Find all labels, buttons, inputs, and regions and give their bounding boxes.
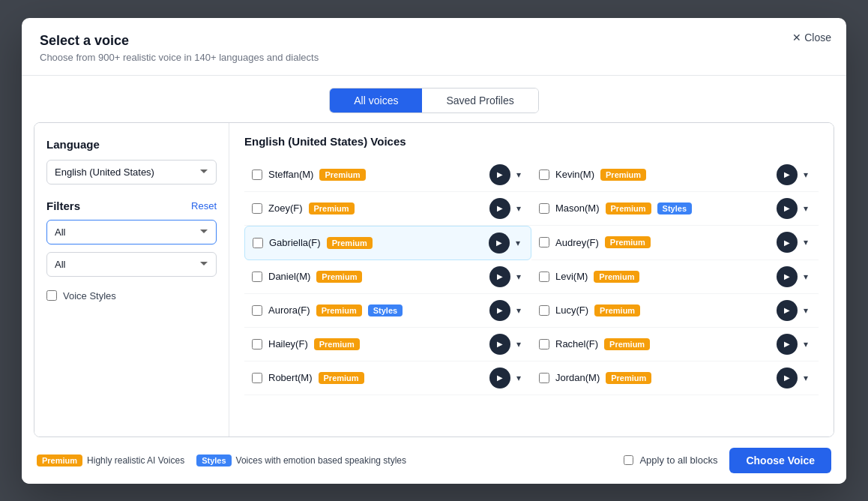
- voice-row: Mason(M) Premium Styles ▶ ▾: [531, 192, 819, 226]
- premium-legend: Premium Highly realistic AI Voices: [37, 454, 184, 466]
- expand-button[interactable]: ▾: [801, 166, 811, 183]
- voice-name: Aurora(F): [268, 304, 310, 316]
- tab-all-voices[interactable]: All voices: [330, 88, 422, 112]
- choose-voice-button[interactable]: Choose Voice: [729, 448, 831, 473]
- apply-all-check: Apply to all blocks: [624, 454, 717, 466]
- voice-name: Levi(M): [555, 271, 588, 282]
- expand-button[interactable]: ▾: [513, 336, 524, 352]
- voice-row: Hailey(F) Premium ▶ ▾: [244, 328, 531, 362]
- premium-badge: Premium: [594, 271, 639, 283]
- styles-badge: Styles: [196, 454, 231, 466]
- styles-legend: Styles Voices with emotion based speakin…: [196, 454, 406, 466]
- premium-badge: Premium: [600, 169, 646, 181]
- premium-badge: Premium: [319, 372, 364, 384]
- close-button[interactable]: ✕ Close: [792, 32, 831, 44]
- play-button[interactable]: ▶: [489, 232, 510, 254]
- voice-row: Audrey(F) Premium ▶ ▾: [531, 226, 819, 260]
- premium-badge: Premium: [327, 237, 373, 249]
- voice-styles-label[interactable]: Voice Styles: [63, 290, 116, 302]
- voice-row: Levi(M) Premium ▶ ▾: [531, 260, 819, 294]
- play-button[interactable]: ▶: [489, 198, 510, 219]
- modal-header: Select a voice Choose from 900+ realisti…: [22, 18, 846, 76]
- voice-actions: ▶ ▾: [777, 368, 811, 388]
- play-button[interactable]: ▶: [489, 300, 510, 321]
- premium-badge: Premium: [604, 338, 650, 350]
- premium-badge: Premium: [606, 372, 651, 384]
- voice-actions: ▶ ▾: [489, 368, 524, 388]
- apply-all-label[interactable]: Apply to all blocks: [639, 454, 717, 466]
- voice-row: Steffan(M) Premium ▶ ▾: [244, 158, 531, 192]
- voice-actions: ▶ ▾: [777, 198, 811, 219]
- modal-subtitle: Choose from 900+ realistic voice in 140+…: [40, 52, 828, 63]
- voice-checkbox[interactable]: [252, 373, 262, 383]
- voice-checkbox[interactable]: [539, 203, 549, 214]
- expand-button[interactable]: ▾: [801, 234, 811, 250]
- voice-row: Zoey(F) Premium ▶ ▾: [244, 192, 531, 226]
- voice-checkbox[interactable]: [539, 339, 549, 350]
- voice-checkbox[interactable]: [253, 238, 263, 248]
- voice-name: Steffan(M): [268, 169, 313, 180]
- modal-footer: Premium Highly realistic AI Voices Style…: [22, 437, 846, 484]
- voice-styles-checkbox[interactable]: [46, 290, 57, 301]
- play-button[interactable]: ▶: [777, 334, 798, 355]
- play-button[interactable]: ▶: [777, 266, 798, 287]
- voice-checkbox[interactable]: [252, 170, 262, 180]
- play-button[interactable]: ▶: [489, 334, 510, 355]
- voice-checkbox[interactable]: [539, 373, 549, 383]
- expand-button[interactable]: ▾: [513, 302, 524, 319]
- play-button[interactable]: ▶: [777, 198, 798, 219]
- play-button[interactable]: ▶: [489, 368, 510, 388]
- voices-grid: Steffan(M) Premium ▶ ▾ Kevin(M) Premium …: [244, 158, 819, 395]
- voice-checkbox[interactable]: [252, 272, 262, 282]
- modal-backdrop: Select a voice Choose from 900+ realisti…: [0, 0, 868, 501]
- voice-checkbox[interactable]: [252, 305, 262, 316]
- expand-button[interactable]: ▾: [513, 235, 523, 251]
- expand-button[interactable]: ▾: [801, 336, 811, 352]
- premium-badge: Premium: [605, 236, 651, 248]
- play-button[interactable]: ▶: [489, 164, 510, 185]
- play-button[interactable]: ▶: [777, 300, 798, 321]
- voice-checkbox[interactable]: [539, 170, 549, 180]
- premium-badge: Premium: [606, 202, 651, 214]
- voice-name: Lucy(F): [555, 304, 588, 316]
- premium-badge: Premium: [594, 304, 640, 316]
- voice-checkbox[interactable]: [539, 272, 549, 282]
- voice-name: Jordan(M): [555, 372, 600, 383]
- expand-button[interactable]: ▾: [513, 370, 524, 386]
- language-select[interactable]: English (United States) Spanish French G…: [46, 160, 217, 184]
- voice-checkbox[interactable]: [252, 203, 262, 214]
- expand-button[interactable]: ▾: [801, 370, 811, 386]
- voice-styles-check: Voice Styles: [46, 290, 217, 302]
- filter-select-2[interactable]: All Premium Standard: [46, 252, 217, 277]
- play-button[interactable]: ▶: [777, 164, 798, 185]
- premium-badge: Premium: [319, 169, 365, 181]
- filters-title: Filters: [46, 200, 80, 212]
- play-button[interactable]: ▶: [489, 266, 510, 287]
- expand-button[interactable]: ▾: [513, 166, 524, 183]
- voice-checkbox[interactable]: [539, 305, 549, 316]
- voice-row: Gabriella(F) Premium ▶ ▾: [244, 226, 531, 260]
- expand-button[interactable]: ▾: [801, 268, 811, 285]
- voice-row: Kevin(M) Premium ▶ ▾: [531, 158, 819, 192]
- filter-select-1[interactable]: All Male Female: [46, 220, 217, 244]
- modal-title: Select a voice: [40, 33, 828, 49]
- premium-badge: Premium: [314, 338, 360, 350]
- reset-button[interactable]: Reset: [191, 200, 217, 212]
- play-button[interactable]: ▶: [777, 232, 798, 253]
- voice-checkbox[interactable]: [252, 339, 262, 350]
- voice-checkbox[interactable]: [539, 237, 549, 248]
- premium-badge: Premium: [309, 202, 355, 214]
- apply-all-checkbox[interactable]: [624, 455, 633, 465]
- play-button[interactable]: ▶: [777, 368, 798, 388]
- voice-row: Lucy(F) Premium ▶ ▾: [531, 294, 819, 328]
- expand-button[interactable]: ▾: [513, 268, 524, 285]
- tab-saved-profiles[interactable]: Saved Profiles: [422, 88, 537, 112]
- voice-name: Mason(M): [555, 202, 600, 214]
- expand-button[interactable]: ▾: [801, 302, 811, 319]
- styles-badge: Styles: [657, 202, 692, 214]
- voice-actions: ▶ ▾: [489, 164, 524, 185]
- expand-button[interactable]: ▾: [513, 200, 524, 217]
- close-icon: ✕: [792, 32, 801, 44]
- expand-button[interactable]: ▾: [801, 200, 811, 217]
- voice-actions: ▶ ▾: [489, 334, 524, 355]
